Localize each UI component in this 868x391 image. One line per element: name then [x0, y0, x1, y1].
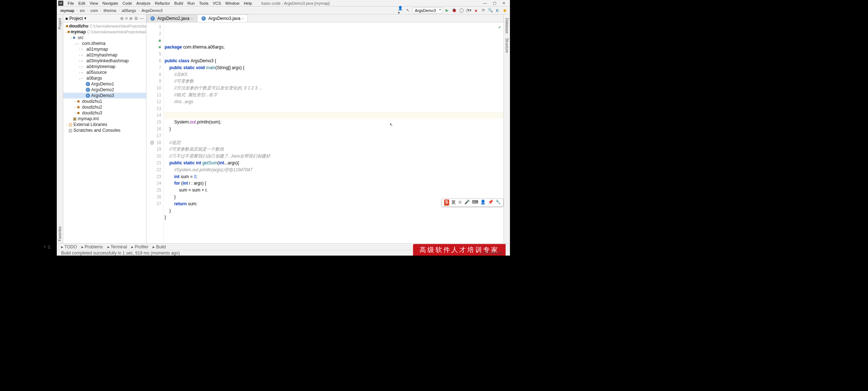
code-line[interactable]: } [165, 126, 503, 133]
maximize-button[interactable]: ▢ [490, 0, 499, 6]
locate-icon[interactable]: ⊕ [120, 16, 124, 21]
breadcrumb-item[interactable]: com [89, 8, 99, 13]
coverage-button[interactable]: ◯ [459, 8, 464, 13]
menu-navigate[interactable]: Navigate [100, 1, 120, 5]
tree-node[interactable]: ›▫a01mymap [63, 46, 146, 52]
code-line[interactable]: for (int i : args) { [165, 180, 503, 187]
tree-node[interactable]: ›▫a02myhashmap [63, 52, 146, 58]
close-icon[interactable]: × [191, 17, 193, 20]
tool-tab-problems[interactable]: ▸ Problems [79, 244, 105, 249]
search-everywhere-icon[interactable]: 🔍 [488, 8, 493, 13]
code-line[interactable] [165, 105, 503, 112]
close-button[interactable]: ✕ [499, 0, 509, 6]
tree-node[interactable]: ⌄■mymapC:\Users\alienware\IdeaProjects\b… [63, 29, 146, 35]
code-line[interactable] [165, 51, 503, 58]
code-line[interactable]: //只不过不需要我们自己创建了, Java会帮我们创建好 [165, 153, 503, 160]
code-line[interactable]: //int...args [165, 98, 503, 105]
tree-node[interactable]: ›■doudizhu2 [63, 104, 146, 110]
tree-node[interactable]: CArgsDemo1 [63, 81, 146, 87]
code-editor[interactable]: 123▶4▶567891011121314151617@181920212223… [146, 22, 503, 243]
tree-node[interactable]: ›▫a05source [63, 70, 146, 75]
settings-gear-icon[interactable]: ⚙ [134, 16, 138, 21]
ime-keyboard-icon[interactable]: ⌨ [472, 199, 478, 206]
code-line[interactable]: public class ArgsDemo3 { [165, 58, 503, 64]
code-line[interactable]: public static void main(String[] args) { [165, 64, 503, 71]
code-line[interactable]: sum = sum + i; [165, 187, 503, 194]
menu-window[interactable]: Window [223, 1, 242, 5]
code-line[interactable] [165, 133, 503, 139]
tool-tab-profiler[interactable]: ▸ Profiler [129, 244, 150, 249]
menu-view[interactable]: View [88, 1, 101, 5]
menu-help[interactable]: Help [242, 1, 254, 5]
editor-tab[interactable]: CArgsDemo3.java× [197, 14, 248, 22]
tree-node[interactable]: ▤Scratches and Consoles [63, 127, 146, 133]
side-tab-project[interactable]: Project [57, 16, 63, 31]
tree-node[interactable]: ›■doudizhu1 [63, 98, 146, 104]
code-area[interactable]: ✔ package com.itheima.a06args;public cla… [164, 22, 503, 243]
update-button[interactable]: ⟳ [480, 8, 486, 13]
code-line[interactable]: //格式: 属性类型...名字 [165, 92, 503, 98]
run-gutter-icon[interactable]: ▶ [159, 37, 161, 44]
profile-button[interactable]: ◔▾ [466, 8, 472, 13]
back-icon[interactable]: ↖ [405, 8, 411, 13]
code-line[interactable]: //JDK5 [165, 71, 503, 78]
project-tree[interactable]: ›■doudizhuC:\Users\alienware\IdeaProject… [63, 22, 146, 243]
ime-pin-icon[interactable]: 📌 [488, 199, 493, 206]
gutter[interactable]: 123▶4▶567891011121314151617@181920212223… [146, 22, 164, 243]
menu-run[interactable]: Run [185, 1, 197, 5]
code-line[interactable]: //方法形参的个数是可以发生变化的, 0 1 2 3 ... [165, 85, 503, 92]
tree-node[interactable]: ›▥External Libraries [63, 122, 146, 127]
ime-logo-icon[interactable]: S [444, 199, 449, 206]
tree-node[interactable]: ▣mymap.iml [63, 116, 146, 122]
ime-user-icon[interactable]: 👤 [480, 199, 486, 206]
tool-tab-terminal[interactable]: ▸ Terminal [105, 244, 129, 249]
side-tab-favorites[interactable]: Favorites [57, 224, 63, 243]
menu-edit[interactable]: Edit [76, 1, 88, 5]
tree-node[interactable]: CArgsDemo2 [63, 87, 146, 93]
run-config-select[interactable]: ArgsDemo3 [412, 8, 443, 13]
collapse-icon[interactable]: ≢ [129, 16, 133, 21]
code-line[interactable]: //可变参数 [165, 78, 503, 85]
side-tab-structure[interactable]: Structure [504, 36, 510, 55]
debug-button[interactable]: 🐞 [451, 8, 457, 13]
code-line[interactable]: } [165, 207, 503, 214]
code-line[interactable]: } [165, 214, 503, 221]
tree-node[interactable]: ›▫a04mytreemap [63, 64, 146, 70]
ime-mic-icon[interactable]: 🎤 [464, 199, 470, 206]
minimize-button[interactable]: — [480, 0, 490, 6]
ime-lang[interactable]: 英 [451, 199, 456, 206]
close-icon[interactable]: × [242, 17, 244, 20]
tree-node[interactable]: ⌄■src [63, 35, 146, 41]
tool-tab-todo[interactable]: ▸ TODO [59, 244, 79, 249]
code-line[interactable] [165, 221, 503, 228]
menu-analyze[interactable]: Analyze [134, 1, 153, 5]
breadcrumb-item[interactable]: a06args [120, 8, 137, 13]
menu-tools[interactable]: Tools [197, 1, 210, 5]
code-line[interactable]: //System.out.println(args);//[I@119d7047 [165, 167, 503, 173]
breadcrumb-item[interactable]: ArgsDemo3 [140, 8, 164, 13]
menu-file[interactable]: File [65, 1, 76, 5]
tree-node[interactable]: CArgsDemo3 [63, 93, 146, 98]
tool-tab-build[interactable]: ▸ Build [150, 244, 168, 249]
ime-tool-icon[interactable]: 🔧 [495, 199, 501, 206]
breadcrumb-item[interactable]: itheima [102, 8, 118, 13]
run-button[interactable]: ▶ [444, 8, 450, 13]
ime-smile-icon[interactable]: ☺ [458, 199, 462, 206]
code-line[interactable]: System.out.println(sum); [165, 119, 503, 126]
ime-toolbar[interactable]: S 英 ☺ 🎤 ⌨ 👤 📌 🔧 [442, 198, 503, 207]
code-line[interactable]: public static int getSum(int...args){ [165, 160, 503, 167]
menu-code[interactable]: Code [120, 1, 134, 5]
code-line[interactable]: int sum = 0; [165, 173, 503, 180]
tree-node[interactable]: ›■doudizhuC:\Users\alienware\IdeaProject… [63, 23, 146, 29]
code-line[interactable]: package com.itheima.a06args; [165, 44, 503, 51]
expand-icon[interactable]: ≡ [125, 16, 128, 21]
code-line[interactable]: //可变参数底层就是一个数组 [165, 146, 503, 153]
breadcrumb-item[interactable]: mymap [59, 8, 76, 13]
tree-node[interactable]: ›■doudizhu3 [63, 110, 146, 116]
editor-tab[interactable]: CArgsDemo2.java× [146, 14, 197, 22]
menu-refactor[interactable]: Refactor [153, 1, 172, 5]
inspection-check-icon[interactable]: ✔ [498, 24, 501, 31]
stop-button[interactable]: ■ [473, 8, 479, 13]
run-gutter-icon[interactable]: ▶ [159, 44, 161, 51]
updates-icon[interactable]: ◉ [502, 8, 508, 13]
